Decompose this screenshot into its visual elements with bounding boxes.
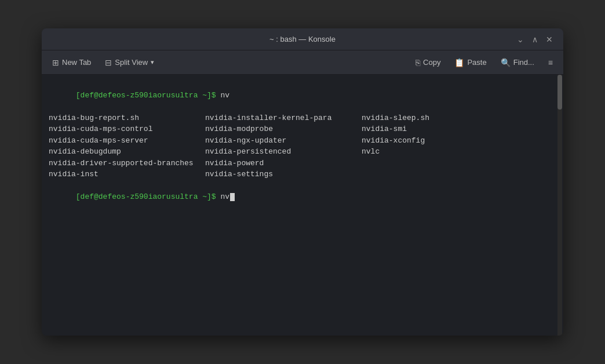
scrollbar[interactable]: [557, 75, 562, 336]
close-button[interactable]: ✕: [542, 33, 556, 46]
terminal-col-3: nvidia-sleep.sh nvidia-smi nvidia-xconfi…: [362, 112, 518, 180]
find-label: Find...: [513, 58, 534, 67]
prompt-1: [def@defeos-z590iaorusultra ~]$: [76, 91, 221, 100]
find-icon: 🔍: [501, 58, 511, 67]
list-item: nvlc: [362, 146, 518, 158]
konsole-window: ~ : bash — Konsole ⌄ ∧ ✕ ⊞ New Tab ⊟ Spl…: [42, 28, 563, 336]
list-item: nvidia-powerd: [205, 158, 362, 169]
titlebar: ~ : bash — Konsole ⌄ ∧ ✕: [42, 28, 563, 50]
hamburger-icon: ≡: [548, 58, 553, 67]
terminal-output-columns: nvidia-bug-report.sh nvidia-cuda-mps-con…: [49, 112, 556, 180]
new-tab-button[interactable]: ⊞ New Tab: [46, 55, 97, 70]
toolbar: ⊞ New Tab ⊟ Split View ▾ ⎘ Copy 📋 Paste …: [42, 50, 563, 75]
terminal-col-1: nvidia-bug-report.sh nvidia-cuda-mps-con…: [49, 112, 205, 180]
list-item: nvidia-debugdump: [49, 146, 205, 158]
window-title: ~ : bash — Konsole: [269, 35, 336, 43]
paste-button[interactable]: 📋 Paste: [449, 55, 492, 70]
list-item: nvidia-installer-kernel-para: [205, 112, 362, 124]
window-controls: ⌄ ∧ ✕: [513, 33, 556, 46]
split-view-label: Split View: [115, 58, 148, 67]
list-item: nvidia-bug-report.sh: [49, 112, 205, 124]
terminal-cursor: [230, 193, 235, 201]
copy-icon: ⎘: [416, 58, 420, 67]
minimize-button[interactable]: ⌄: [513, 33, 527, 46]
terminal-body[interactable]: [def@defeos-z590iaorusultra ~]$ nv nvidi…: [42, 75, 563, 336]
copy-button[interactable]: ⎘ Copy: [410, 55, 446, 70]
list-item: nvidia-settings: [205, 169, 362, 180]
list-item: nvidia-driver-supported-branches: [49, 158, 205, 169]
list-item: nvidia-inst: [49, 169, 205, 180]
list-item: nvidia-cuda-mps-server: [49, 135, 205, 147]
toolbar-right-actions: ⎘ Copy 📋 Paste 🔍 Find... ≡: [410, 55, 559, 70]
list-item: nvidia-persistenced: [205, 146, 362, 158]
terminal-col-2: nvidia-installer-kernel-para nvidia-modp…: [205, 112, 362, 180]
paste-icon: 📋: [454, 58, 464, 67]
list-item: nvidia-smi: [362, 123, 518, 135]
find-button[interactable]: 🔍 Find...: [495, 55, 540, 70]
list-item: nvidia-cuda-mps-control: [49, 123, 205, 135]
list-item: nvidia-xconfig: [362, 135, 518, 147]
copy-label: Copy: [423, 58, 440, 67]
split-view-button[interactable]: ⊟ Split View ▾: [99, 55, 160, 70]
list-item: nvidia-modprobe: [205, 123, 362, 135]
terminal-line-2: [def@defeos-z590iaorusultra ~]$ nv: [49, 180, 556, 214]
maximize-button[interactable]: ∧: [529, 33, 541, 46]
paste-label: Paste: [467, 58, 486, 67]
list-item: nvidia-ngx-updater: [205, 135, 362, 147]
split-view-icon: ⊟: [105, 58, 112, 67]
cmd-2: nv: [220, 192, 229, 201]
terminal-line-1: [def@defeos-z590iaorusultra ~]$ nv: [49, 78, 556, 112]
new-tab-label: New Tab: [62, 58, 91, 67]
list-item: nvidia-sleep.sh: [362, 112, 518, 124]
cmd-1: nv: [220, 91, 229, 100]
scrollbar-thumb[interactable]: [557, 75, 562, 110]
chevron-down-icon: ▾: [151, 59, 154, 66]
menu-button[interactable]: ≡: [542, 55, 559, 70]
new-tab-icon: ⊞: [52, 58, 59, 67]
prompt-2: [def@defeos-z590iaorusultra ~]$: [76, 192, 221, 201]
